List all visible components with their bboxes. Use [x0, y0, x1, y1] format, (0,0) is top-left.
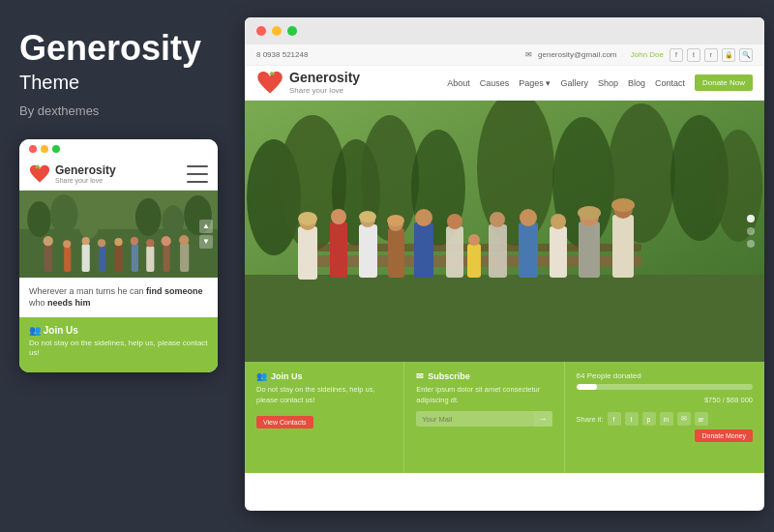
share-facebook-icon[interactable]: f [608, 412, 621, 426]
theme-author: By dexthemes [19, 103, 213, 118]
donate-now-button[interactable]: Donate Now [695, 74, 753, 91]
desktop-join-title: 👥 Join Us [256, 371, 392, 381]
svg-rect-40 [298, 226, 317, 280]
svg-rect-51 [414, 222, 433, 278]
desktop-topbar-left: 8 0938 521248 [256, 50, 308, 59]
svg-rect-63 [579, 222, 600, 278]
facebook-icon[interactable]: f [670, 48, 683, 62]
svg-point-15 [98, 239, 105, 247]
mobile-join-title: 👥 Join Us [29, 325, 208, 336]
desktop-share-row: Share it: f t p in ✉ ar Donate Money [577, 412, 753, 442]
svg-point-62 [551, 214, 566, 229]
svg-rect-53 [446, 226, 463, 278]
svg-point-19 [131, 237, 138, 245]
desktop-social-icons: f t r 🔒 🔍 [670, 48, 753, 62]
nav-gallery[interactable]: Gallery [560, 78, 588, 88]
svg-rect-20 [146, 246, 154, 272]
mobile-nav: Generosity Share your love [19, 159, 218, 191]
hero-dot-3[interactable] [747, 240, 755, 248]
nav-about[interactable]: About [447, 78, 470, 88]
svg-point-47 [359, 211, 376, 222]
svg-point-2 [27, 201, 51, 237]
mobile-join-text: Do not stay on the sidelines, help us, p… [29, 339, 208, 359]
nav-shop[interactable]: Shop [598, 78, 618, 88]
email-submit-button[interactable]: → [534, 411, 552, 427]
svg-rect-12 [82, 244, 90, 272]
email-icon: ✉ [525, 50, 532, 59]
nav-contact[interactable]: Contact [655, 78, 685, 88]
people-donated-count: 64 People donated [577, 371, 753, 380]
share-pinterest-icon[interactable]: p [642, 412, 656, 426]
mobile-logo-sub: Share your love [55, 177, 116, 184]
hero-dot-2[interactable] [747, 227, 755, 235]
hero-dot-1[interactable] [747, 215, 755, 222]
mobile-join-section: 👥 Join Us Do not stay on the sidelines, … [19, 317, 218, 372]
desktop-hero-dots [747, 215, 755, 248]
svg-rect-45 [359, 224, 377, 278]
mobile-logo-name: Generosity [55, 164, 116, 177]
svg-rect-43 [330, 222, 347, 278]
svg-rect-27 [245, 275, 764, 362]
desktop-subscribe-section: ✉ Subscribe Enter ipsum dolor sit amet c… [404, 362, 564, 473]
left-panel: Generosity Theme By dexthemes Generosity… [0, 0, 232, 532]
donation-amount: $750 / $68 000 [577, 396, 753, 404]
donate-money-button[interactable]: Donate Money [695, 429, 753, 442]
theme-subtitle: Theme [19, 72, 213, 94]
mobile-hero-text: Wherever a man turns he can find someone… [19, 278, 218, 317]
search-icon[interactable]: 🔍 [739, 48, 753, 62]
svg-rect-18 [132, 244, 138, 272]
svg-point-23 [162, 236, 171, 246]
twitter-icon[interactable]: t [687, 48, 700, 62]
view-contacts-button[interactable]: View Contacts [256, 416, 313, 429]
desktop-logo-text: Generosity Share your love [289, 71, 360, 94]
email-envelope-icon: ✉ [416, 371, 424, 381]
mobile-hero-photo: ▲ ▼ [19, 191, 218, 278]
svg-point-44 [331, 209, 346, 224]
mobile-hero-image: ▲ ▼ [19, 191, 218, 278]
svg-rect-57 [489, 224, 507, 278]
mobile-menu-button[interactable] [187, 165, 208, 183]
svg-point-11 [63, 240, 71, 248]
mobile-hero-arrows: ▲ ▼ [199, 220, 213, 249]
desktop-hero-svg [245, 101, 764, 362]
svg-rect-22 [164, 244, 170, 272]
share-linkedin-icon[interactable]: in [660, 412, 673, 426]
svg-point-60 [520, 209, 537, 226]
mobile-logo-icon [29, 163, 50, 185]
desktop-dot-red [256, 26, 266, 36]
mobile-hero-svg [19, 191, 218, 278]
desktop-email-row: → [416, 411, 551, 427]
mobile-titlebar [19, 139, 218, 159]
nav-pages[interactable]: Pages ▾ [519, 78, 551, 88]
svg-point-58 [490, 212, 505, 227]
nav-causes[interactable]: Causes [480, 78, 510, 88]
lock-icon[interactable]: 🔒 [722, 48, 735, 62]
email-input[interactable] [416, 411, 533, 427]
topbar-user[interactable]: John Doe [631, 50, 664, 59]
svg-point-21 [146, 239, 154, 247]
svg-rect-24 [180, 243, 189, 272]
desktop-join-text: Do not stay on the sidelines, help us, p… [256, 385, 392, 405]
desktop-subscribe-text: Enter ipsum dolor sit amet consectetur a… [416, 385, 551, 405]
svg-rect-48 [388, 228, 404, 278]
desktop-logo: Generosity Share your love [256, 70, 360, 97]
nav-blog[interactable]: Blog [628, 78, 645, 88]
mobile-window-dots [29, 145, 60, 153]
svg-point-4 [79, 209, 100, 239]
svg-rect-59 [519, 222, 538, 278]
desktop-logo-icon [256, 70, 283, 97]
join-icon: 👥 [29, 325, 44, 336]
mobile-arrow-down: ▼ [199, 235, 213, 249]
share-email-icon[interactable]: ✉ [677, 412, 691, 426]
join-people-icon: 👥 [256, 371, 267, 381]
desktop-dot-green [287, 26, 297, 36]
share-twitter-icon[interactable]: t [625, 412, 639, 426]
desktop-titlebar [245, 17, 764, 44]
desktop-topbar-right: ✉ generosity@gmail.com / John Doe f t r … [525, 48, 753, 62]
desktop-dot-yellow [272, 26, 282, 36]
desktop-hero [245, 101, 764, 362]
svg-point-37 [714, 130, 762, 242]
topbar-email: generosity@gmail.com [538, 50, 616, 59]
rss-icon[interactable]: r [704, 48, 718, 62]
share-ar-icon[interactable]: ar [695, 412, 708, 426]
